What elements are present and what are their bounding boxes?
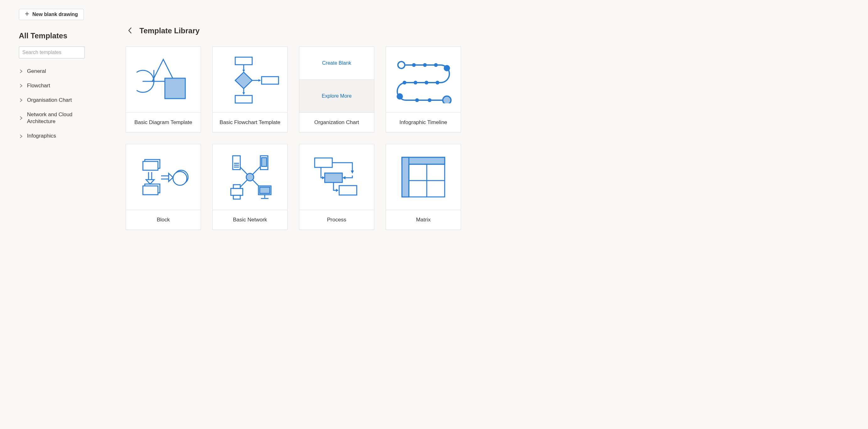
svg-point-20 [425,81,428,85]
template-label: Process [299,210,374,229]
svg-rect-51 [233,185,240,188]
svg-rect-30 [143,186,158,195]
svg-rect-66 [402,157,409,197]
svg-point-23 [397,93,403,99]
svg-marker-33 [146,180,154,184]
svg-rect-63 [339,186,357,195]
svg-point-43 [246,173,254,181]
back-button[interactable] [126,26,134,35]
sidebar-title: All Templates [19,31,97,40]
chevron-right-icon [19,134,23,139]
svg-rect-13 [235,95,252,103]
new-blank-drawing-label: New blank drawing [32,11,78,17]
category-label: Flowchart [27,82,50,89]
svg-marker-58 [351,171,354,174]
category-organisation-chart[interactable]: Organisation Chart [19,93,97,108]
svg-marker-36 [168,173,173,182]
template-preview: Create Blank Explore More [299,47,374,113]
template-grid: Basic Diagram Template [126,47,849,230]
template-label: Infographic Timeline [386,113,461,132]
category-flowchart[interactable]: Flowchart [19,79,97,93]
search-templates-input[interactable] [19,47,85,58]
chevron-right-icon [19,116,23,120]
svg-point-19 [436,81,439,85]
svg-rect-10 [261,76,279,84]
explore-more-button[interactable]: Explore More [299,80,374,113]
new-blank-drawing-button[interactable]: New blank drawing [19,9,84,20]
plus-icon [25,11,29,17]
template-card-process[interactable]: Process [299,144,374,230]
svg-point-21 [413,81,417,85]
svg-rect-54 [260,187,270,193]
template-preview [386,47,461,113]
basic-diagram-icon [136,55,190,105]
template-card-basic-diagram[interactable]: Basic Diagram Template [126,47,201,132]
chevron-left-icon [127,27,132,35]
template-label: Basic Network [213,210,287,229]
svg-marker-62 [336,189,339,192]
svg-rect-59 [325,173,342,182]
template-preview [386,144,461,210]
template-label: Block [126,210,201,229]
svg-rect-49 [261,158,267,166]
template-card-infographic-timeline[interactable]: Infographic Timeline [385,47,461,132]
svg-rect-57 [315,158,332,167]
svg-marker-9 [258,79,261,82]
svg-point-14 [398,62,405,68]
svg-point-18 [444,65,450,71]
matrix-icon [398,154,448,201]
category-general[interactable]: General [19,64,97,79]
svg-point-16 [423,63,427,67]
category-label: Network and Cloud Architecture [27,111,97,125]
infographic-timeline-icon [394,56,453,103]
category-infographics[interactable]: Infographics [19,129,97,143]
process-icon [308,154,365,201]
template-preview [213,47,287,113]
template-label: Basic Flowchart Template [213,113,287,132]
chevron-right-icon [19,84,23,88]
block-icon [136,155,190,199]
chevron-right-icon [19,98,23,102]
category-label: General [27,68,46,75]
svg-point-26 [443,96,451,103]
template-card-matrix[interactable]: Matrix [385,144,461,230]
create-blank-button[interactable]: Create Blank [299,47,374,80]
svg-rect-28 [143,161,158,170]
category-label: Organisation Chart [27,97,72,104]
template-preview [126,47,201,113]
page-title: Template Library [140,26,200,35]
svg-rect-3 [165,78,185,99]
template-label: Basic Diagram Template [126,113,201,132]
category-label: Infographics [27,132,56,140]
category-list: General Flowchart Organisation Chart Net… [19,64,97,144]
template-preview [126,144,201,210]
template-label: Matrix [386,210,461,229]
main-header: Template Library [126,26,849,35]
template-card-block[interactable]: Block [126,144,201,230]
template-preview [213,144,287,210]
main-content: Template Library Basic Diagram Template [107,9,868,429]
svg-point-38 [173,172,187,185]
template-card-organization-chart[interactable]: Create Blank Explore More Organization C… [299,47,374,132]
template-card-basic-flowchart[interactable]: Basic Flowchart Template [212,47,288,132]
svg-point-15 [412,63,416,67]
svg-point-22 [403,81,406,85]
svg-marker-12 [242,92,245,95]
svg-rect-4 [235,57,252,65]
svg-rect-52 [233,195,240,199]
basic-flowchart-icon [220,55,280,105]
template-card-basic-network[interactable]: Basic Network [212,144,288,230]
svg-point-17 [434,63,438,67]
template-preview [299,144,374,210]
category-network-cloud[interactable]: Network and Cloud Architecture [19,108,97,129]
svg-point-24 [415,98,419,102]
template-label: Organization Chart [299,113,374,132]
svg-rect-50 [231,188,243,195]
basic-network-icon [223,152,277,202]
chevron-right-icon [19,69,23,73]
svg-point-25 [428,98,432,102]
sidebar: New blank drawing All Templates General … [0,9,107,429]
svg-marker-7 [235,72,252,89]
